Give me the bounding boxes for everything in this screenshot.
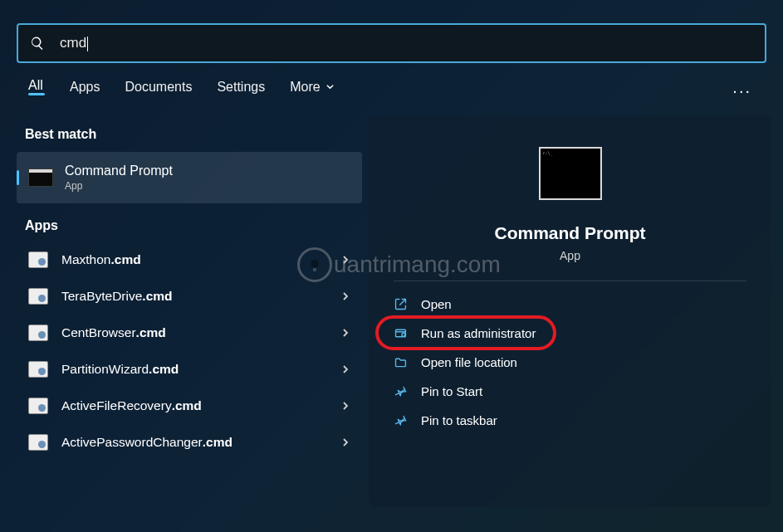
cmd-file-icon <box>28 361 48 378</box>
preview-title: Command Prompt <box>369 223 771 243</box>
best-match-subtitle: App <box>65 180 173 192</box>
tab-all-label: All <box>28 78 43 92</box>
section-apps: Apps <box>17 207 362 242</box>
action-open-label: Open <box>421 297 452 311</box>
cmd-file-icon <box>28 288 48 305</box>
tab-settings[interactable]: Settings <box>217 80 265 103</box>
app-result-label: ActiveFileRecovery.cmd <box>61 398 340 413</box>
tab-more-label: More <box>290 80 320 95</box>
action-pin-to-taskbar[interactable]: Pin to taskbar <box>380 406 760 435</box>
folder-icon <box>394 355 408 369</box>
shield-admin-icon <box>394 326 408 340</box>
svg-point-1 <box>402 333 405 336</box>
best-match-title: Command Prompt <box>65 164 173 178</box>
overflow-menu-button[interactable]: ··· <box>732 81 755 100</box>
open-external-icon <box>394 297 408 311</box>
search-icon <box>30 36 45 51</box>
section-best-match: Best match <box>17 115 362 150</box>
cmd-file-icon <box>28 251 48 268</box>
cmd-file-icon <box>28 434 48 451</box>
app-result-row[interactable]: ActiveFileRecovery.cmd <box>17 388 362 424</box>
app-result-label: ActivePasswordChanger.cmd <box>61 435 340 450</box>
app-result-row[interactable]: TeraByteDrive.cmd <box>17 278 362 315</box>
preview-app-icon <box>539 147 602 200</box>
action-open-file-location-label: Open file location <box>421 355 517 369</box>
text-caret <box>87 37 88 51</box>
best-match-result[interactable]: Command Prompt App <box>17 152 362 203</box>
tab-more[interactable]: More <box>290 80 334 103</box>
chevron-right-icon[interactable] <box>340 328 350 338</box>
preview-actions: Open Run as administrator Open file loca… <box>369 290 771 435</box>
tab-active-indicator <box>28 93 45 95</box>
command-prompt-icon <box>28 168 53 187</box>
cmd-file-icon <box>28 325 48 341</box>
preview-pane: Command Prompt App Open Run as administr… <box>369 115 771 507</box>
app-result-label: PartitionWizard.cmd <box>61 362 340 377</box>
action-open[interactable]: Open <box>380 290 760 319</box>
action-pin-to-taskbar-label: Pin to taskbar <box>421 413 497 427</box>
chevron-right-icon[interactable] <box>340 437 350 447</box>
action-run-as-admin[interactable]: Run as administrator <box>380 319 760 348</box>
app-result-label: CentBrowser.cmd <box>61 325 340 340</box>
pin-icon <box>394 384 408 398</box>
search-bar[interactable]: cmd <box>17 23 766 63</box>
tab-all[interactable]: All <box>28 78 45 104</box>
action-pin-to-start[interactable]: Pin to Start <box>380 377 760 406</box>
app-result-row[interactable]: ActivePasswordChanger.cmd <box>17 424 362 461</box>
app-result-row[interactable]: PartitionWizard.cmd <box>17 351 362 388</box>
tab-documents[interactable]: Documents <box>125 80 192 103</box>
app-result-row[interactable]: CentBrowser.cmd <box>17 315 362 351</box>
chevron-right-icon[interactable] <box>340 401 350 411</box>
results-column: Best match Command Prompt App Apps Maxth… <box>0 115 369 507</box>
search-query-text: cmd <box>60 35 86 51</box>
action-open-file-location[interactable]: Open file location <box>380 348 760 377</box>
filter-tabs: All Apps Documents Settings More <box>28 78 732 104</box>
divider <box>394 281 746 281</box>
app-result-label: TeraByteDrive.cmd <box>61 289 340 304</box>
pin-icon <box>394 413 408 427</box>
chevron-right-icon[interactable] <box>340 291 350 301</box>
action-run-as-admin-label: Run as administrator <box>421 326 536 340</box>
tab-apps[interactable]: Apps <box>70 80 100 103</box>
search-input[interactable]: cmd <box>45 35 753 51</box>
action-pin-to-start-label: Pin to Start <box>421 384 482 398</box>
cmd-file-icon <box>28 398 48 414</box>
chevron-right-icon[interactable] <box>340 255 350 265</box>
app-result-label: Maxthon.cmd <box>61 252 340 267</box>
chevron-right-icon[interactable] <box>340 364 350 374</box>
preview-subtitle: App <box>369 249 771 262</box>
chevron-down-icon <box>325 82 335 91</box>
app-result-row[interactable]: Maxthon.cmd <box>17 242 362 278</box>
